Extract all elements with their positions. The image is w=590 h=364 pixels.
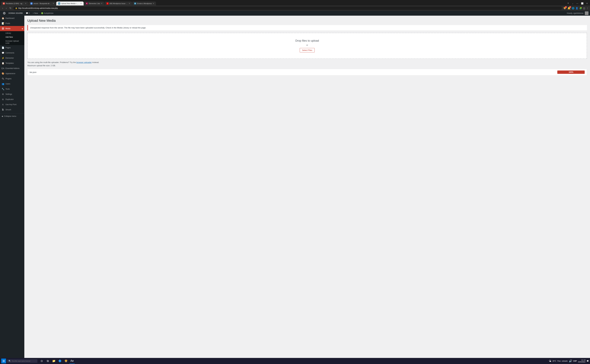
toolbar-icons: 🦁1 🔔1 🌐 👤 🧩 ◫ ⋮ [563,7,589,10]
new-tab-button[interactable]: + [566,1,570,6]
notification-icon[interactable]: 💬 [587,360,589,362]
users-label: Users [6,83,10,85]
sidebar-item-duplicator[interactable]: ⧉ Duplicator [0,97,24,102]
posts-label: Posts [6,22,10,25]
autoptimize-item[interactable]: 🟢 Autoptimize [40,11,55,16]
tab-close-icon[interactable]: ✕ [53,2,54,5]
tab-close-icon[interactable]: ✕ [153,2,154,5]
comments-sidebar-label: Comments [6,52,14,54]
weather-icon: 🌤 [549,360,551,362]
sidebar-toggle-button[interactable]: ◫ [583,7,585,9]
browser-tab-elementor[interactable]: E Elementor | bio ✕ [84,1,104,6]
comments-item[interactable]: 💬 0 [24,11,31,16]
close-button[interactable]: ✕ [585,1,589,6]
taskbar-icon-aftereffects[interactable]: Ae [69,358,75,364]
collapse-menu-item[interactable]: ◀ Collapse menu [0,113,24,119]
select-files-button[interactable]: Select Files [300,48,314,52]
howdy-label: Howdy, sgarbidonna [565,12,585,14]
collapse-label: Collapse menu [4,115,16,117]
browser-tab-google[interactable]: G zeuxis - Busqueda de Google ✕ [29,1,56,6]
upload-dropzone[interactable]: Drop files to upload or Select Files [27,33,587,59]
wp-logo-item[interactable]: W [1,11,7,16]
page-title: Upload New Media [27,19,587,23]
user-avatar[interactable] [585,11,589,15]
wp-logo-icon: W [3,12,6,14]
media-submenu: Library Add New Increase Upload Limit [0,31,24,45]
browser-tab-gmail[interactable]: M Recibidos (2.604) - sgarbidonna... ✕ [1,1,28,6]
taskbar-icon-taskview[interactable]: ⧉ [45,358,51,364]
menu-button[interactable]: ⋮ [586,7,589,9]
sidebar-item-plugins[interactable]: 🔌 Plugins [0,76,24,81]
brave-shield-button[interactable]: 🦁1 [563,7,566,10]
profile-button[interactable]: 👤 [576,7,578,9]
submenu-add-new[interactable]: Add New [0,35,24,39]
sidebar-item-comments[interactable]: 💬 Comments [0,50,24,55]
or-text: or [34,44,581,46]
forward-button[interactable]: › [5,6,7,10]
back-button[interactable]: ‹ [1,6,4,10]
maximize-button[interactable]: ⬜ [580,1,585,6]
plugins-icon: 🔌 [1,77,4,80]
sidebar-item-essential[interactable]: EA Essential Addons [0,66,24,71]
taskbar-search-input[interactable] [12,360,33,362]
site-name-label: DONNA SGARBI [8,12,23,14]
sidebar-item-posts[interactable]: 📝 Posts [0,21,24,26]
sidebar-item-smush[interactable]: 🗜 Smush [0,107,24,112]
autoptimize-icon: 🟢 [41,12,43,14]
tab-close-icon[interactable]: ✕ [129,2,130,5]
uploader-info: You are using the multi-file uploader. P… [27,61,587,64]
submenu-library[interactable]: Library [0,31,24,35]
posts-icon: 📝 [1,22,4,25]
taskbar: ⊞ 🔍 ⊙⧉📁🔷🦁Ae 🌤 20°C Parc. soleado 🔊 ESP 1… [0,358,590,364]
sidebar-item-pages[interactable]: 📄 Pages [0,45,24,50]
volume-icon[interactable]: 🔊 [569,359,572,363]
sidebar-item-tools[interactable]: 🔧 Tools [0,86,24,92]
tab-close-icon[interactable]: ✕ [80,2,82,5]
tools-icon: 🔧 [1,88,4,90]
browser-tab-wp-upload[interactable]: W Upload New Media • DONN... ✕ [56,1,84,6]
sidebar-item-elementor[interactable]: ⚡ Elementor [0,55,24,61]
essential-icon: EA [1,67,4,70]
tab-label: zeuxis - Busqueda de Google [33,3,52,4]
pages-icon: 📄 [1,46,4,49]
alert-button[interactable]: 🔔1 [568,7,570,10]
smush-label: Smush [6,109,11,111]
sidebar-item-use-any-font[interactable]: A Use Any Font [0,102,24,107]
site-name-item[interactable]: DONNA SGARBI [7,11,24,16]
tab-close-icon[interactable]: ✕ [101,2,102,5]
url-input[interactable] [18,7,560,9]
taskbar-icon-cortana[interactable]: ⊙ [39,358,44,364]
taskbar-icon-explorer[interactable]: 📁 [51,358,57,364]
tab-close-icon[interactable]: ✕ [25,2,27,5]
sidebar-item-users[interactable]: 👥 Users [0,81,24,86]
file-upload-row: bio.json 100% [27,69,587,76]
appearance-label: Appearance [6,72,15,75]
tab-list-button[interactable]: ⌄ [571,1,575,6]
browser-tab-youtube[interactable]: Y (69) Wordpress Issue Unexpecte... ✕ [105,1,132,6]
taskbar-icon-blender[interactable]: 🔷 [57,358,63,364]
search-icon: 🔍 [8,360,11,362]
use-any-font-icon: A [1,103,4,106]
start-button[interactable]: ⊞ [1,358,6,363]
extensions-button[interactable]: 🧩 [579,7,582,9]
sidebar-item-settings[interactable]: ⚙ Settings [0,92,24,97]
browser-uploader-link[interactable]: browser uploader [76,61,92,64]
tab-label: Enviar a Wordpress [137,3,152,4]
browser-tab-enviar[interactable]: W Enviar a Wordpress ✕ [132,1,156,6]
error-notice: Unexpected response from the server. The… [27,25,587,30]
sidebar-item-appearance[interactable]: 🎨 Appearance [0,71,24,76]
sidebar-item-templates[interactable]: 📋 Templates [0,61,24,66]
new-item[interactable]: + New [31,11,39,16]
reload-button[interactable]: ↻ [9,6,12,10]
sidebar-item-dashboard[interactable]: 🏠 Dashboard [0,16,24,21]
comments-count: 0 [29,12,30,14]
minimize-button[interactable]: — [575,1,579,6]
taskbar-right: 🌤 20°C Parc. soleado 🔊 ESP 11:13 25/4/20… [549,359,589,363]
submenu-increase-upload[interactable]: Increase Upload Limit [0,39,24,45]
translate-button[interactable]: 🌐 [572,7,574,9]
media-arrow-icon: ◀ [22,28,23,29]
tab-label: (69) Wordpress Issue Unexpecte... [109,3,128,4]
sidebar-item-media[interactable]: 🖼 Media ◀ [0,26,24,31]
plugins-label: Plugins [6,78,11,80]
taskbar-icon-brave[interactable]: 🦁 [63,358,69,364]
